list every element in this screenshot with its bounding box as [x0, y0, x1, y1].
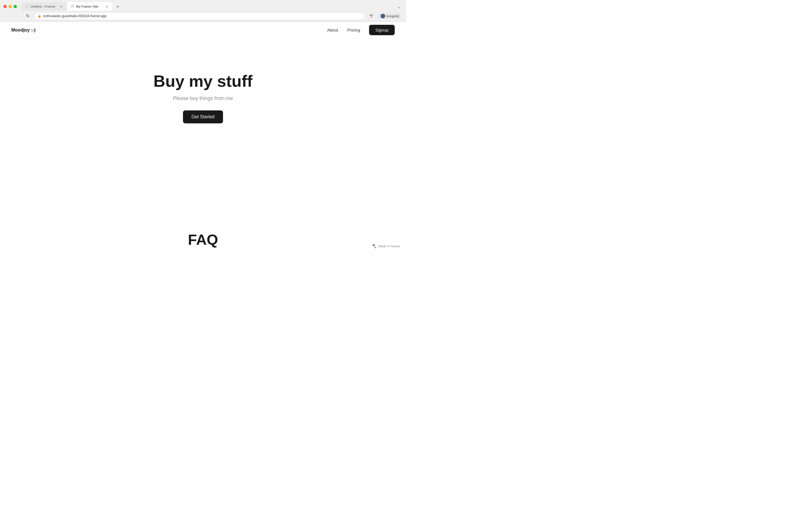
nav-pricing-link[interactable]: Pricing	[347, 27, 360, 33]
incognito-icon: 👤	[380, 14, 385, 18]
window-controls	[3, 5, 17, 8]
new-tab-button[interactable]: +	[114, 3, 122, 11]
minimize-window-button[interactable]	[8, 5, 12, 8]
nav-about-link[interactable]: About	[327, 27, 338, 33]
tab-menu-button[interactable]: ⌄	[395, 3, 403, 10]
site-logo: Moodjoy :-)	[11, 27, 36, 33]
profile-button[interactable]: 👤 Incognito	[386, 12, 394, 20]
website-content: Moodjoy :-) About Pricing Signup Buy my …	[0, 22, 406, 253]
faq-teaser: FAQ	[0, 226, 406, 253]
address-bar[interactable]: 🔒 enthusiastic-guardrails-093164.framer.…	[34, 12, 365, 20]
lock-icon: 🔒	[38, 14, 42, 18]
hero-section: Buy my stuff Please buy things from me G…	[0, 39, 406, 157]
address-bar-row: ← → ↻ 🔒 enthusiastic-guardrails-093164.f…	[0, 11, 406, 21]
tab-favicon-2: ⬜	[70, 4, 74, 8]
site-nav: Moodjoy :-) About Pricing Signup	[0, 22, 406, 39]
maximize-window-button[interactable]	[13, 5, 17, 8]
title-bar: ⬜ Untitled – Framer ✕ ⬜ My Framer Site ✕…	[0, 0, 406, 11]
tab-my-framer-site[interactable]: ⬜ My Framer Site ✕	[67, 2, 112, 11]
browser-actions: ☆ 👤 Incognito ⋮	[368, 12, 403, 20]
nav-links: About Pricing Signup	[327, 25, 395, 35]
hero-title: Buy my stuff	[153, 72, 252, 90]
refresh-button[interactable]: ↻	[24, 12, 32, 20]
tab-favicon-1: ⬜	[25, 4, 29, 8]
made-in-framer-badge: Made in Framer	[373, 244, 400, 248]
hero-subtitle: Please buy things from me	[173, 96, 233, 101]
more-options-button[interactable]: ⋮	[395, 12, 403, 20]
svg-point-0	[371, 17, 372, 17]
nav-signup-button[interactable]: Signup	[369, 25, 395, 35]
faq-title: FAQ	[6, 231, 400, 248]
back-button[interactable]: ←	[3, 12, 11, 20]
hero-cta-button[interactable]: Get Started	[183, 110, 223, 123]
browser-chrome: ⬜ Untitled – Framer ✕ ⬜ My Framer Site ✕…	[0, 0, 406, 22]
close-window-button[interactable]	[3, 5, 7, 8]
tab-untitled-framer[interactable]: ⬜ Untitled – Framer ✕	[21, 2, 66, 11]
framer-icon	[373, 244, 377, 248]
forward-button[interactable]: →	[13, 12, 21, 20]
url-text: enthusiastic-guardrails-093164.framer.ap…	[43, 14, 362, 18]
tab-title-1: Untitled – Framer	[31, 5, 57, 8]
tab-title-2: My Framer Site	[76, 5, 103, 8]
cast-button[interactable]	[368, 12, 375, 20]
tab-close-1[interactable]: ✕	[59, 4, 63, 8]
tab-close-2[interactable]: ✕	[105, 4, 109, 8]
tabs-container: ⬜ Untitled – Framer ✕ ⬜ My Framer Site ✕…	[21, 2, 395, 11]
